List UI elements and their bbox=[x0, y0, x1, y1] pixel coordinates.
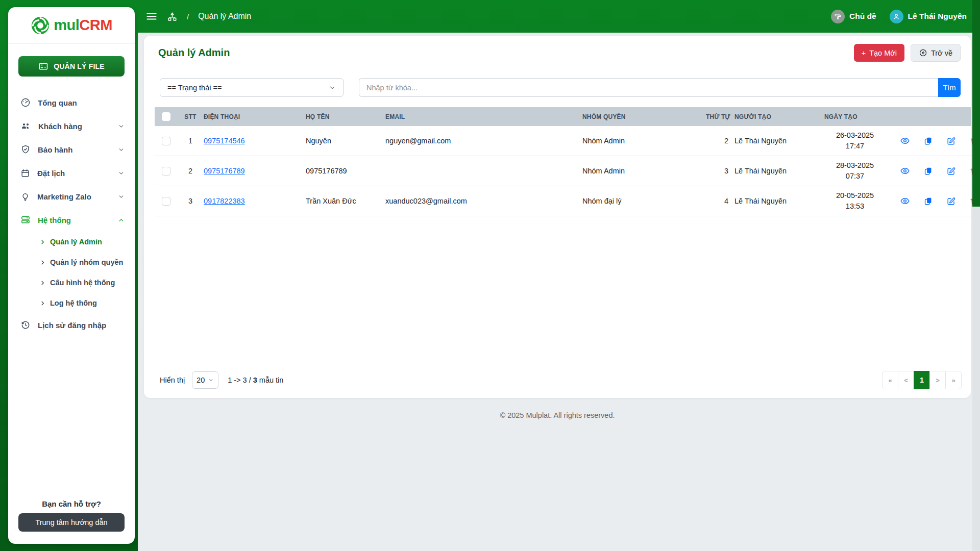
scrollbar-thumb[interactable] bbox=[972, 0, 980, 207]
server-icon bbox=[20, 215, 31, 225]
main-content: Quản lý Admin + Tạo Mới Trở về bbox=[138, 33, 980, 551]
row-checkbox[interactable] bbox=[162, 167, 170, 176]
chevron-right-icon bbox=[40, 280, 45, 286]
sidebar-item-dat-lich[interactable]: Đặt lịch bbox=[8, 161, 135, 185]
select-all-checkbox[interactable] bbox=[162, 112, 170, 121]
topbar: / Quản lý Admin Chủ đề Lê Thái Nguyên bbox=[138, 0, 980, 33]
sidebar-subitem-cau-hinh-he-thong[interactable]: Cấu hình hệ thống bbox=[8, 272, 135, 293]
chevron-down-icon bbox=[329, 84, 336, 91]
lightbulb-icon bbox=[20, 192, 30, 202]
sidebar-item-tong-quan[interactable]: Tổng quan bbox=[8, 91, 135, 114]
phone-link[interactable]: 0917822383 bbox=[204, 197, 245, 205]
page-title: Quản lý Admin bbox=[158, 47, 230, 59]
chevron-down-icon bbox=[118, 123, 125, 130]
chevron-right-icon bbox=[40, 300, 45, 306]
edit-icon[interactable] bbox=[946, 136, 956, 146]
sidebar-nav: Tổng quan Khách hàng Bảo h bbox=[8, 91, 135, 337]
sidebar-subitem-log-he-thong[interactable]: Log hệ thống bbox=[8, 293, 135, 313]
logo-text: mulCRM bbox=[54, 17, 112, 34]
avatar bbox=[890, 10, 903, 23]
next-page-button[interactable]: > bbox=[929, 371, 946, 389]
plus-icon: + bbox=[862, 49, 866, 57]
chevron-down-icon bbox=[118, 193, 125, 200]
sidebar-item-bao-hanh[interactable]: Bảo hành bbox=[8, 138, 135, 161]
phone-link[interactable]: 0975174546 bbox=[204, 137, 245, 145]
phone-link[interactable]: 0975176789 bbox=[204, 167, 245, 175]
breadcrumb[interactable]: Quản lý Admin bbox=[198, 12, 251, 21]
users-icon bbox=[20, 121, 31, 132]
help-title: Bạn cần hỗ trợ? bbox=[8, 499, 135, 508]
copy-icon[interactable] bbox=[923, 136, 933, 146]
last-page-button[interactable]: » bbox=[945, 371, 962, 389]
help-center-button[interactable]: Trung tâm hướng dẫn bbox=[18, 513, 125, 532]
copyright: © 2025 Mulplat. All rights reserved. bbox=[144, 411, 971, 419]
page-1-button[interactable]: 1 bbox=[914, 371, 930, 389]
create-new-button[interactable]: + Tạo Mới bbox=[854, 44, 904, 62]
copy-icon[interactable] bbox=[923, 196, 933, 206]
hamburger-menu-icon[interactable] bbox=[145, 10, 158, 22]
history-icon bbox=[20, 320, 31, 330]
chevron-up-icon bbox=[118, 217, 125, 223]
sidebar-item-lich-su-dang-nhap[interactable]: Lịch sử đăng nhập bbox=[8, 313, 135, 337]
logo-pinwheel-icon bbox=[31, 16, 50, 35]
gauge-icon bbox=[20, 97, 31, 108]
sidebar-subitem-quan-ly-nhom-quyen[interactable]: Quản lý nhóm quyền bbox=[8, 252, 135, 272]
search-button[interactable]: Tìm bbox=[938, 78, 961, 97]
status-filter-select[interactable]: == Trạng thái == bbox=[160, 78, 344, 97]
table-header-row: STT ĐIỆN THOẠI HỌ TÊN EMAIL NHÓM QUYỀN T… bbox=[155, 107, 971, 126]
sidebar: mulCRM QUẢN LÝ FILE Tổng quan bbox=[8, 7, 135, 544]
sitemap-icon[interactable] bbox=[167, 11, 178, 22]
copy-icon[interactable] bbox=[923, 166, 933, 176]
user-menu[interactable]: Lê Thái Nguyên bbox=[890, 10, 967, 23]
keyword-search-input[interactable] bbox=[359, 78, 938, 97]
system-submenu: Quản lý Admin Quản lý nhóm quyền Cấu hìn… bbox=[8, 232, 135, 313]
pagination-bar: Hiển thị 20 1 -> 3 / 3 mẫu tin « < 1 > » bbox=[160, 371, 962, 389]
table-row: 3 0917822383 Trần Xuân Đức xuanduc023@gm… bbox=[155, 186, 971, 216]
view-icon[interactable] bbox=[900, 136, 910, 146]
chevron-right-icon bbox=[40, 260, 45, 265]
chevron-down-icon bbox=[118, 170, 125, 177]
first-page-button[interactable]: « bbox=[882, 371, 898, 389]
records-range: 1 -> 3 / 3 mẫu tin bbox=[228, 376, 283, 384]
admin-management-card: Quản lý Admin + Tạo Mới Trở về bbox=[144, 36, 971, 398]
back-button[interactable]: Trở về bbox=[911, 44, 961, 62]
card-icon bbox=[38, 61, 48, 71]
pager: « < 1 > » bbox=[882, 371, 962, 389]
view-icon[interactable] bbox=[900, 196, 910, 206]
admin-table: STT ĐIỆN THOẠI HỌ TÊN EMAIL NHÓM QUYỀN T… bbox=[155, 107, 971, 216]
arrow-left-circle-icon bbox=[919, 48, 927, 57]
view-icon[interactable] bbox=[900, 166, 910, 176]
row-checkbox[interactable] bbox=[162, 137, 170, 145]
theme-label: Chủ đề bbox=[849, 12, 876, 21]
sidebar-item-khach-hang[interactable]: Khách hàng bbox=[8, 114, 135, 138]
chevron-down-icon bbox=[118, 146, 125, 153]
table-row: 1 0975174546 Nguyên nguyen@gmail.com Nhó… bbox=[155, 126, 971, 156]
sidebar-item-he-thong[interactable]: Hệ thống bbox=[8, 208, 135, 232]
logo: mulCRM bbox=[8, 7, 135, 44]
sidebar-subitem-quan-ly-admin[interactable]: Quản lý Admin bbox=[8, 232, 135, 252]
theme-switcher[interactable]: Chủ đề bbox=[831, 10, 876, 23]
page-size-select[interactable]: 20 bbox=[192, 371, 218, 389]
row-checkbox[interactable] bbox=[162, 197, 170, 206]
sidebar-item-marketing-zalo[interactable]: Marketing Zalo bbox=[8, 185, 135, 208]
chevron-down-icon bbox=[208, 377, 214, 383]
table-row: 2 0975176789 0975176789 Nhóm Admin 3 Lê … bbox=[155, 156, 971, 186]
calendar-icon bbox=[20, 168, 30, 178]
paint-roller-icon bbox=[831, 10, 845, 23]
breadcrumb-separator: / bbox=[187, 12, 189, 21]
user-name: Lê Thái Nguyên bbox=[908, 12, 967, 21]
edit-icon[interactable] bbox=[946, 196, 956, 206]
chevron-right-icon bbox=[40, 239, 45, 245]
edit-icon[interactable] bbox=[946, 166, 956, 176]
shield-check-icon bbox=[20, 144, 31, 155]
prev-page-button[interactable]: < bbox=[898, 371, 914, 389]
show-label: Hiển thị bbox=[160, 376, 185, 384]
file-manager-button[interactable]: QUẢN LÝ FILE bbox=[18, 56, 125, 77]
